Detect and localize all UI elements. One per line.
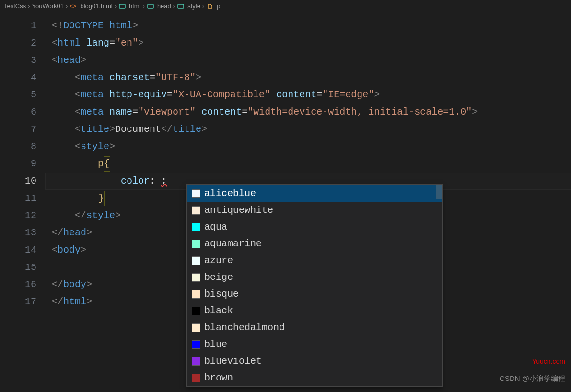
breadcrumb-separator: › <box>66 2 68 10</box>
breadcrumb-separator: › <box>115 2 117 10</box>
breadcrumb[interactable]: TestCss›YouWork01›<>blog01.html›html›hea… <box>0 0 571 12</box>
class-icon <box>206 2 214 10</box>
line-number: 15 <box>0 259 45 276</box>
breadcrumb-separator: › <box>202 2 204 10</box>
autocomplete-item[interactable]: blue <box>187 336 442 353</box>
code-line[interactable]: <meta charset="UTF-8"> <box>45 69 571 86</box>
autocomplete-popup[interactable]: aliceblueantiquewhiteaquaaquamarineazure… <box>186 184 443 387</box>
line-number: 12 <box>0 207 45 224</box>
autocomplete-item-label: aquamarine <box>204 235 262 252</box>
autocomplete-item[interactable]: blueviolet <box>187 353 442 369</box>
watermark-top: Yuucn.com <box>532 357 565 365</box>
autocomplete-item-label: bisque <box>204 286 239 302</box>
svg-rect-2 <box>148 4 153 8</box>
code-line[interactable]: <head> <box>45 52 571 69</box>
autocomplete-item[interactable]: black <box>187 302 442 319</box>
code-line[interactable]: <meta http-equiv="X-UA-Compatible" conte… <box>45 86 571 104</box>
breadcrumb-separator: › <box>173 2 175 10</box>
autocomplete-item-label: antiquewhite <box>204 202 273 219</box>
autocomplete-item[interactable]: blanchedalmond <box>187 319 442 336</box>
line-number: 13 <box>0 224 45 242</box>
autocomplete-item-label: azure <box>204 252 233 269</box>
line-number: 6 <box>0 104 45 121</box>
svg-text:<>: <> <box>70 3 76 10</box>
breadcrumb-item[interactable]: head <box>157 2 171 10</box>
code-line[interactable]: <title>Document</title> <box>45 121 571 138</box>
color-swatch-icon <box>192 307 200 315</box>
line-number: 7 <box>0 121 45 138</box>
line-number: 4 <box>0 69 45 86</box>
color-swatch-icon <box>192 240 200 248</box>
autocomplete-item[interactable]: aqua <box>187 219 442 235</box>
color-swatch-icon <box>192 273 200 282</box>
struct-icon <box>118 2 126 10</box>
autocomplete-item-label: aliceblue <box>204 185 256 202</box>
autocomplete-item[interactable]: azure <box>187 252 442 269</box>
breadcrumb-item[interactable]: TestCss <box>4 2 26 10</box>
code-line[interactable]: <!DOCTYPE html> <box>45 17 571 35</box>
line-number: 2 <box>0 35 45 52</box>
color-swatch-icon <box>192 256 200 265</box>
breadcrumb-item[interactable]: p <box>217 2 220 10</box>
svg-rect-1 <box>119 4 125 8</box>
autocomplete-item-label: blue <box>204 336 227 353</box>
struct-icon <box>177 2 185 10</box>
line-number: 1 <box>0 17 45 35</box>
breadcrumb-item[interactable]: YouWork01 <box>32 2 64 10</box>
code-line[interactable]: <style> <box>45 138 571 155</box>
line-number: 8 <box>0 138 45 155</box>
autocomplete-item[interactable]: beige <box>187 269 442 286</box>
line-number: 14 <box>0 242 45 259</box>
color-swatch-icon <box>192 357 200 366</box>
color-swatch-icon <box>192 223 200 231</box>
watermark-bottom: CSDN @小浪学编程 <box>500 374 565 383</box>
autocomplete-item[interactable]: aliceblue <box>187 185 442 202</box>
code-line[interactable]: <html lang="en"> <box>45 35 571 52</box>
line-number-gutter: 1234567891011121314151617 <box>0 12 45 392</box>
autocomplete-item-label: beige <box>204 269 233 286</box>
autocomplete-item[interactable]: aquamarine <box>187 235 442 252</box>
line-number: 17 <box>0 293 45 311</box>
autocomplete-item-label: brown <box>204 369 233 386</box>
line-number: 9 <box>0 155 45 173</box>
autocomplete-item-label: black <box>204 302 233 319</box>
autocomplete-item[interactable]: antiquewhite <box>187 202 442 219</box>
breadcrumb-item[interactable]: html <box>129 2 141 10</box>
autocomplete-item[interactable]: brown <box>187 369 442 386</box>
breadcrumb-item[interactable]: blog01.html <box>80 2 112 10</box>
code-line[interactable]: <meta name="viewport" content="width=dev… <box>45 104 571 121</box>
struct-icon <box>147 2 154 10</box>
color-swatch-icon <box>192 189 200 198</box>
line-number: 16 <box>0 276 45 293</box>
code-line[interactable]: p{ <box>45 155 571 173</box>
autocomplete-item-label: aqua <box>204 219 227 235</box>
line-number: 3 <box>0 52 45 69</box>
autocomplete-item-label: blueviolet <box>204 353 262 369</box>
color-swatch-icon <box>192 290 200 299</box>
breadcrumb-separator: › <box>28 2 30 10</box>
color-swatch-icon <box>192 374 200 382</box>
breadcrumb-separator: › <box>143 2 145 10</box>
color-swatch-icon <box>192 323 200 332</box>
file-html-icon: <> <box>70 2 77 10</box>
svg-rect-3 <box>178 4 184 8</box>
line-number: 10 <box>0 173 45 190</box>
autocomplete-item-label: blanchedalmond <box>204 319 285 336</box>
autocomplete-item[interactable]: bisque <box>187 286 442 302</box>
line-number: 11 <box>0 190 45 207</box>
color-swatch-icon <box>192 340 200 349</box>
autocomplete-scrollbar[interactable] <box>436 185 442 199</box>
color-swatch-icon <box>192 206 200 215</box>
breadcrumb-item[interactable]: style <box>187 2 200 10</box>
line-number: 5 <box>0 86 45 104</box>
